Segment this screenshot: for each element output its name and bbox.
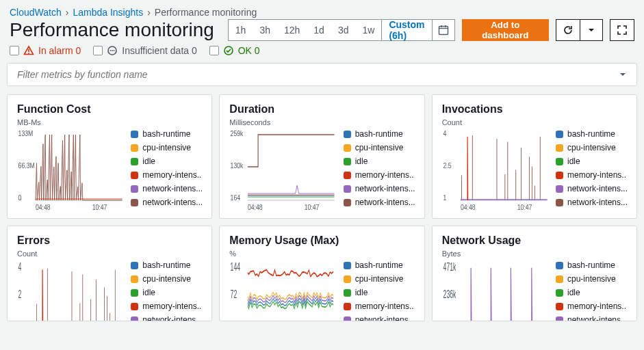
legend-item: idle (344, 288, 415, 297)
refresh-button[interactable] (556, 19, 580, 41)
add-to-dashboard-button[interactable]: Add to dashboard (462, 19, 549, 41)
legend-item: network-intens... (556, 184, 627, 193)
legend-item: network-intens... (556, 315, 627, 321)
card-unit: Bytes (442, 250, 627, 258)
svg-text:10:47: 10:47 (92, 203, 107, 211)
legend-label: bash-runtime (567, 129, 615, 139)
svg-rect-0 (439, 27, 448, 35)
legend-label: network-intens... (567, 315, 627, 321)
chart-plot: 133M 66.3M 0 04:48 10:47 (17, 129, 125, 211)
card-title: Function Cost (17, 103, 202, 116)
legend-label: memory-intens... (142, 301, 202, 311)
svg-text:2: 2 (18, 288, 22, 301)
legend-item: memory-intens... (344, 170, 415, 180)
legend-item: idle (344, 157, 415, 166)
time-range-3d[interactable]: 3d (331, 20, 356, 40)
checkbox-in-alarm[interactable] (10, 46, 19, 55)
svg-text:2.5: 2.5 (443, 161, 452, 170)
metric-card: Errors Count 4 2 bash-runtimecpu-intensi… (7, 226, 212, 321)
legend-swatch (556, 317, 563, 322)
svg-text:1: 1 (443, 193, 446, 202)
card-title: Network Usage (442, 234, 627, 247)
chevron-right-icon: › (147, 7, 151, 18)
metric-card: Function Cost MB-Ms 133M 66.3M 0 04:48 1… (7, 94, 212, 219)
legend-label: bash-runtime (567, 260, 615, 270)
breadcrumb-cloudwatch[interactable]: CloudWatch (10, 7, 62, 18)
time-range-3h[interactable]: 3h (253, 20, 277, 40)
legend-label: bash-runtime (355, 129, 403, 139)
legend-label: cpu-intensive (567, 143, 616, 152)
chart-plot: 4 2.5 1 04:48 10:47 (442, 129, 550, 211)
breadcrumb-lambda-insights[interactable]: Lambda Insights (73, 7, 143, 18)
legend-swatch (556, 185, 563, 193)
legend-label: bash-runtime (355, 260, 403, 270)
card-unit: % (229, 250, 414, 258)
caret-down-icon[interactable] (617, 69, 628, 80)
legend-swatch (131, 144, 138, 152)
card-title: Duration (229, 103, 414, 116)
refresh-options-button[interactable] (580, 19, 603, 41)
legend-label: memory-intens... (355, 301, 415, 311)
status-alarm-label: In alarm 0 (38, 45, 81, 56)
chart-legend: bash-runtimecpu-intensiveidlememory-inte… (344, 260, 415, 321)
legend-label: network-intens... (355, 198, 415, 207)
filter-input[interactable] (16, 68, 617, 81)
legend-swatch (131, 172, 138, 179)
legend-item: memory-intens... (131, 301, 202, 311)
legend-label: network-intens... (567, 198, 627, 207)
metric-card: Invocations Count 4 2.5 1 04:48 10:47 ba… (432, 94, 637, 219)
legend-swatch (131, 275, 138, 283)
legend-label: network-intens... (142, 315, 202, 321)
legend-swatch (344, 158, 351, 165)
svg-text:04:48: 04:48 (36, 203, 51, 211)
legend-label: bash-runtime (142, 129, 190, 139)
time-range-1d[interactable]: 1d (307, 20, 331, 40)
time-range-1h[interactable]: 1h (229, 20, 253, 40)
legend-swatch (556, 303, 563, 310)
legend-item: memory-intens... (131, 170, 202, 180)
checkbox-insufficient[interactable] (93, 46, 103, 55)
legend-swatch (344, 275, 351, 283)
card-title: Memory Usage (Max) (229, 234, 414, 247)
legend-swatch (556, 172, 563, 179)
svg-point-8 (112, 50, 113, 51)
legend-label: idle (567, 288, 580, 297)
legend-item: network-intens... (344, 315, 415, 321)
svg-text:133M: 133M (18, 129, 34, 137)
breadcrumb-current: Performance monitoring (155, 7, 257, 18)
legend-swatch (131, 303, 138, 310)
time-range-12h[interactable]: 12h (277, 20, 307, 40)
time-range-1w[interactable]: 1w (355, 20, 381, 40)
status-ok-label: OK 0 (238, 45, 260, 56)
legend-label: idle (142, 288, 155, 297)
ok-check-icon (223, 45, 234, 56)
legend-item: cpu-intensive (556, 143, 627, 152)
chart-plot: 144 72 (229, 260, 337, 321)
legend-item: memory-intens... (556, 170, 627, 180)
chart-legend: bash-runtimecpu-intensiveidlememory-inte… (344, 129, 415, 211)
legend-swatch (344, 303, 351, 310)
card-unit: Count (17, 250, 202, 258)
fullscreen-button[interactable] (610, 19, 634, 41)
insufficient-data-icon (107, 45, 118, 56)
svg-text:66.3M: 66.3M (18, 161, 35, 170)
chart-legend: bash-runtimecpu-intensiveidlememory-inte… (556, 260, 627, 321)
legend-item: network-intens... (131, 198, 202, 207)
legend-swatch (131, 289, 138, 297)
chart-legend: bash-runtimecpu-intensiveidlememory-inte… (131, 260, 202, 321)
legend-label: network-intens... (142, 184, 202, 193)
legend-swatch (344, 144, 351, 152)
caret-down-icon (586, 25, 597, 36)
time-range-custom[interactable]: Custom (6h) (381, 20, 431, 40)
metric-card: Network Usage Bytes 471k 236k bash-runti… (432, 226, 637, 321)
legend-item: cpu-intensive (131, 143, 202, 152)
expand-icon (617, 25, 628, 36)
checkbox-ok[interactable] (209, 46, 219, 55)
legend-swatch (556, 289, 563, 297)
metric-card: Duration Milliseconds 259k 130k 164 04:4… (219, 94, 424, 219)
calendar-button[interactable] (432, 20, 454, 40)
legend-swatch (131, 158, 138, 165)
legend-swatch (344, 199, 351, 206)
legend-swatch (344, 131, 351, 138)
legend-label: idle (142, 157, 155, 166)
